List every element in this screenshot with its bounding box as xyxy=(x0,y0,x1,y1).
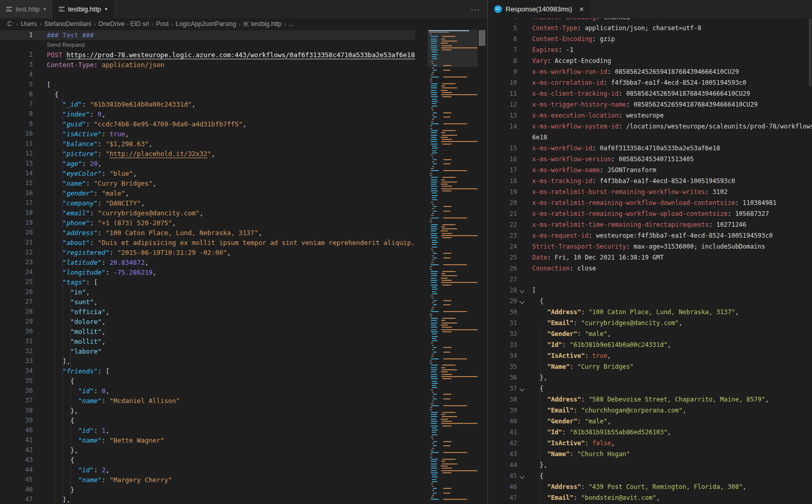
code-line[interactable]: 26Connection: close xyxy=(488,263,812,274)
line-number[interactable]: 25 xyxy=(488,252,517,263)
line-number[interactable]: 8 xyxy=(488,56,517,67)
code-line[interactable]: 30 "mollit", xyxy=(0,327,415,337)
line-number[interactable]: 46 xyxy=(0,485,33,495)
line-number[interactable]: 11 xyxy=(488,88,517,99)
line-number[interactable]: 45 xyxy=(488,471,517,482)
code-line[interactable]: 25 "tags": [ xyxy=(0,277,415,287)
line-number[interactable]: 9 xyxy=(0,119,33,129)
code-line[interactable]: 43 { xyxy=(0,455,415,465)
line-number[interactable]: 18 xyxy=(488,176,517,187)
code-line[interactable]: 38 }, xyxy=(0,406,415,416)
code-line[interactable]: 29 "dolore", xyxy=(0,317,415,327)
code-line[interactable]: 1### Test ### xyxy=(0,30,415,40)
breadcrumb-item[interactable]: Post xyxy=(156,20,169,28)
code-line[interactable]: 11x-ms-client-tracking-id: 0858562452659… xyxy=(488,88,812,99)
line-number[interactable]: 13 xyxy=(488,110,517,121)
code-line[interactable]: 47 ], xyxy=(0,495,415,504)
line-number[interactable]: 12 xyxy=(0,149,33,159)
code-line[interactable]: 21x-ms-ratelimit-remaining-workflow-uplo… xyxy=(488,209,812,219)
minimap-slider[interactable] xyxy=(428,30,478,67)
code-line[interactable]: 9x-ms-workflow-run-id: 08585624526594187… xyxy=(488,67,812,77)
code-line[interactable]: 28 "officia", xyxy=(0,307,415,317)
code-line[interactable]: 4 xyxy=(0,70,415,80)
line-number[interactable]: 27 xyxy=(488,274,517,285)
line-number[interactable]: 16 xyxy=(0,188,33,198)
line-number[interactable]: 31 xyxy=(0,337,33,346)
code-line[interactable]: 10x-ms-correlation-id: f4f3bba7-ea1f-4ec… xyxy=(488,77,812,88)
line-number[interactable]: 37 xyxy=(488,383,517,394)
code-line[interactable]: 14 "eyeColor": "blue", xyxy=(0,169,415,178)
code-line[interactable]: 30 "Address": "100 Caton Place, Lund, Ne… xyxy=(488,307,812,318)
line-number[interactable]: 34 xyxy=(0,366,33,376)
code-line[interactable]: 14x-ms-workflow-system-id: /locations/we… xyxy=(488,121,812,132)
code-line[interactable]: 44 }, xyxy=(488,460,812,471)
line-number[interactable]: 32 xyxy=(488,329,517,340)
line-number[interactable]: 44 xyxy=(0,465,33,475)
line-number[interactable]: 16 xyxy=(488,154,517,165)
code-line[interactable]: 23 "latitude": 20.834872, xyxy=(0,257,415,267)
line-number[interactable]: 47 xyxy=(0,495,33,504)
code-line[interactable]: 32 "Gender": "male", xyxy=(488,329,812,340)
line-number[interactable]: 36 xyxy=(488,372,517,383)
code-line[interactable]: 23x-ms-request-id: westeurope:f4f3bba7-e… xyxy=(488,230,812,241)
line-number[interactable]: 33 xyxy=(488,340,517,351)
code-line[interactable]: 42 "IsActive": false, xyxy=(488,438,812,449)
line-number[interactable]: 2 xyxy=(0,50,33,60)
line-number[interactable]: 47 xyxy=(488,493,517,503)
line-number[interactable]: 41 xyxy=(0,435,33,445)
line-number[interactable]: 10 xyxy=(0,129,33,139)
code-line[interactable]: 8 "index": 0, xyxy=(0,109,415,119)
code-line[interactable]: 31 "Email": "currybridges@dancity.com", xyxy=(488,318,812,329)
code-line[interactable]: 33 ], xyxy=(0,356,415,366)
line-number[interactable]: 14 xyxy=(488,121,517,132)
tab-response[interactable]: Response(140983ms) ✕ xyxy=(488,0,590,18)
code-line[interactable]: 41 "Id": "61b381b91b55ab86ed526103", xyxy=(488,427,812,438)
line-number[interactable]: 35 xyxy=(488,361,517,372)
code-line[interactable]: 20 "address": "100 Caton Place, Lund, Ne… xyxy=(0,228,415,238)
line-number[interactable]: 15 xyxy=(0,178,33,188)
line-number[interactable]: 27 xyxy=(0,297,33,307)
line-number[interactable]: 3 xyxy=(0,60,33,70)
code-line[interactable]: 12 "picture": "http://placehold.it/32x32… xyxy=(0,149,415,159)
code-line[interactable]: 45 "name": "Margery Cherry" xyxy=(0,475,415,485)
line-number[interactable]: 32 xyxy=(0,346,33,356)
line-number[interactable]: 42 xyxy=(488,438,517,449)
code-line[interactable]: 36 "id": 0, xyxy=(0,386,415,396)
code-line[interactable]: 7Expires: -1 xyxy=(488,45,812,56)
code-line[interactable]: 44 "id": 2, xyxy=(0,465,415,475)
modified-dot-icon[interactable]: ● xyxy=(43,7,46,11)
line-number[interactable]: 45 xyxy=(0,475,33,485)
code-line[interactable]: 15x-ms-workflow-id: 0af6f313358c4710a533… xyxy=(488,143,812,154)
code-line[interactable]: 22 "registered": "2015-06-19T10:31:29 -0… xyxy=(0,248,415,257)
line-number[interactable]: 37 xyxy=(0,396,33,406)
line-number[interactable]: 4 xyxy=(0,70,33,80)
breadcrumb-item[interactable]: OneDrive - EID srl xyxy=(98,20,149,28)
line-number[interactable]: 15 xyxy=(488,143,517,154)
code-line[interactable]: 10 "isActive": true, xyxy=(0,129,415,139)
line-number[interactable]: 41 xyxy=(488,427,517,438)
code-line[interactable]: 41 "name": "Bette Wagner" xyxy=(0,435,415,445)
line-number[interactable]: 18 xyxy=(0,208,33,218)
code-line[interactable]: 34 "friends": [ xyxy=(0,366,415,376)
line-number[interactable]: 20 xyxy=(0,228,33,238)
code-line[interactable]: 28[ xyxy=(488,285,812,296)
line-number[interactable]: 5 xyxy=(488,23,517,34)
code-line[interactable]: 35 "Name": "Curry Bridges" xyxy=(488,361,812,372)
code-line[interactable]: 2POST https://prod-78.westeurope.logic.a… xyxy=(0,50,415,60)
left-scrollbar-thumb[interactable] xyxy=(479,30,485,46)
line-number[interactable]: 38 xyxy=(0,406,33,416)
code-line[interactable]: 20x-ms-ratelimit-remaining-workflow-down… xyxy=(488,198,812,209)
line-number[interactable]: 5 xyxy=(0,80,33,89)
line-number[interactable]: 28 xyxy=(488,285,517,296)
code-line[interactable]: 47 "Email": "bondstein@avit.com", xyxy=(488,493,812,503)
line-number[interactable]: 17 xyxy=(488,165,517,176)
line-number[interactable]: 7 xyxy=(488,45,517,56)
line-number[interactable]: 21 xyxy=(488,209,517,219)
left-editor[interactable]: 1### Test ###Send Request2POST https://p… xyxy=(0,29,415,504)
line-number[interactable]: 29 xyxy=(0,317,33,327)
code-line[interactable]: 37 { xyxy=(488,383,812,394)
fold-chevron-icon[interactable] xyxy=(520,288,525,293)
code-line[interactable]: 16x-ms-workflow-version: 085856245340715… xyxy=(488,154,812,165)
line-number[interactable]: 14 xyxy=(0,169,33,178)
code-line[interactable]: 13x-ms-execution-location: westeurope xyxy=(488,110,812,121)
